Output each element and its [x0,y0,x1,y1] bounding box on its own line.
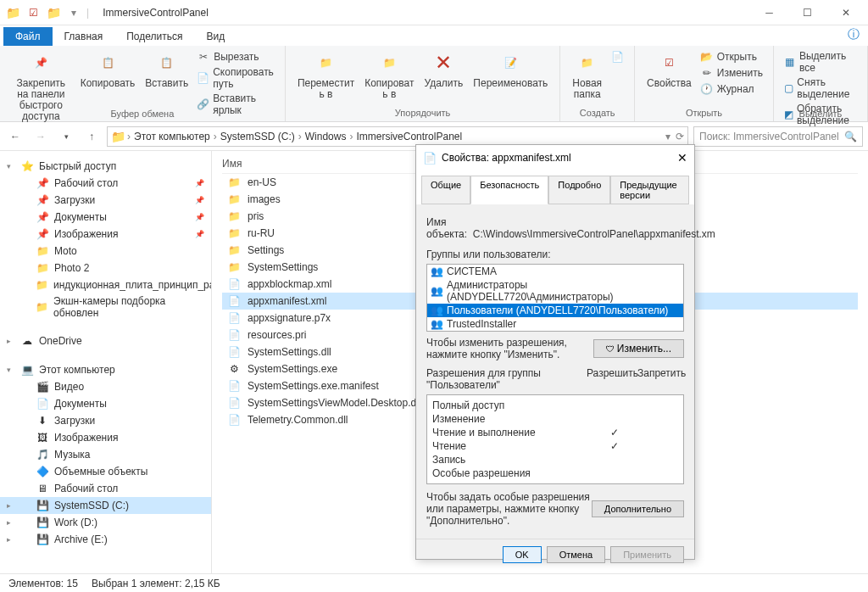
breadcrumb-item[interactable]: Этот компьютер [132,131,212,142]
sidebar-item[interactable]: 🖥Рабочий стол [0,480,211,497]
object-name-label: Имя объекта: [426,216,467,240]
cut-button[interactable]: ✂Вырезать [193,49,278,64]
group-item[interactable]: 👥TrustedInstaller [427,317,683,331]
sidebar-item[interactable]: ▾⭐Быстрый доступ [0,158,211,175]
sidebar-item[interactable]: 📁Экшн-камеры подборка обновлен [0,293,211,321]
forward-button[interactable]: → [31,126,51,147]
dialog-title: Свойства: appxmanifest.xml [442,152,571,164]
sidebar-item[interactable]: ▸☁OneDrive [0,332,211,349]
qat-check-icon[interactable]: ☑ [24,3,42,22]
ok-button[interactable]: OK [503,546,542,563]
dialog-tab[interactable]: Подробно [548,176,610,204]
pin-quickaccess-button[interactable]: 📌Закрепить на панели быстрого доступа [7,47,75,124]
permission-row: Полный доступ [432,399,678,412]
deny-column: Запретить [637,367,684,391]
refresh-icon[interactable]: ⟳ [676,131,684,142]
history-button[interactable]: 🕐Журнал [697,81,766,97]
tab-file[interactable]: Файл [3,27,53,46]
sidebar-item[interactable]: 📌Загрузки📌 [0,192,211,209]
properties-button[interactable]: ☑Свойства [642,47,697,91]
up-button[interactable]: ↑ [81,126,102,147]
group-clipboard-label: Буфер обмена [111,109,175,120]
recent-dropdown[interactable]: ▾ [56,126,76,147]
group-item[interactable]: 👥СИСТЕМА [427,265,683,278]
maximize-button[interactable]: ☐ [788,0,826,25]
ribbon-tabs: Файл Главная Поделиться Вид [0,25,868,46]
copy-path-button[interactable]: 📄Скопировать путь [193,65,278,91]
sidebar-item[interactable]: 🎵Музыка [0,446,211,463]
dialog-tab[interactable]: Безопасность [470,176,548,204]
sidebar-item[interactable]: 📁индукционная_плита_принцип_раб [0,276,211,293]
search-input[interactable]: Поиск: ImmersiveControlPanel 🔍 [693,126,863,147]
tab-share[interactable]: Поделиться [114,27,194,46]
group-item[interactable]: 👥Пользователи (ANDYDELL7720\Пользователи… [427,304,683,317]
groups-label: Группы или пользователи: [426,249,684,260]
object-path: C:\Windows\ImmersiveControlPanel\appxman… [473,228,715,240]
permission-row: Запись [432,453,678,466]
tab-view[interactable]: Вид [194,27,236,46]
address-bar[interactable]: › Этот компьютер› SystemSSD (C:)› Window… [107,126,688,147]
back-button[interactable]: ← [5,126,25,147]
dialog-tab[interactable]: Общие [421,176,470,204]
addr-dropdown-icon[interactable]: ▾ [665,131,670,142]
status-selection: Выбран 1 элемент: 2,15 КБ [92,578,220,589]
sidebar-item[interactable]: 🔷Объемные объекты [0,463,211,480]
permission-row: Чтение✓ [432,439,678,453]
help-chevron-icon[interactable]: ⓘ [848,27,860,42]
qat-dropdown-icon[interactable]: ▾ [64,3,83,22]
select-all-button[interactable]: ▦Выделить все [781,49,860,75]
window-title: ImmersiveControlPanel [103,7,209,19]
change-permissions-button[interactable]: 🛡 Изменить... [593,339,684,358]
sidebar-item[interactable]: 📌Рабочий стол📌 [0,175,211,192]
new-folder-button[interactable]: 📁Новая папка [567,47,607,102]
select-none-button[interactable]: ▢Снять выделение [781,75,860,101]
copy-to-button[interactable]: 📁Копироват ь в [359,47,419,102]
groups-listbox[interactable]: 👥СИСТЕМА👥Администраторы (ANDYDELL7720\Ад… [426,264,684,332]
paste-shortcut-button[interactable]: 🔗Вставить ярлык [193,92,278,117]
sidebar-item[interactable]: ▾💻Этот компьютер [0,361,211,378]
apply-button[interactable]: Применить [610,546,684,563]
sidebar-item[interactable]: 🎬Видео [0,378,211,395]
allow-column: Разрешить [587,367,637,391]
cancel-button[interactable]: Отмена [547,546,605,563]
sidebar-item[interactable]: 📁Moto [0,243,211,260]
minimize-button[interactable]: ─ [750,0,788,25]
delete-button[interactable]: ✕Удалить [420,47,469,91]
tab-home[interactable]: Главная [53,27,115,46]
sidebar-item[interactable]: 🖼Изображения [0,429,211,446]
group-new-label: Создать [580,108,615,120]
sidebar-item[interactable]: ▸💾SystemSSD (C:) [0,497,211,514]
rename-button[interactable]: 📝Переименовать [468,47,553,91]
dialog-tab[interactable]: Предыдущие версии [610,176,689,204]
breadcrumb-item[interactable]: Windows [303,131,348,142]
group-select-label: Выделить [799,109,843,120]
permission-row: Изменение [432,412,678,426]
group-item[interactable]: 👥Администраторы (ANDYDELL7720\Администра… [427,278,683,304]
breadcrumb-item[interactable]: SystemSSD (C:) [219,131,297,142]
sidebar-item[interactable]: 📌Документы📌 [0,209,211,226]
edit-button[interactable]: ✏Изменить [697,65,766,81]
sidebar-item[interactable]: ⬇Загрузки [0,412,211,429]
addr-folder-icon [111,130,125,143]
permissions-label: Разрешения для группы "Пользователи" [426,367,587,391]
move-to-button[interactable]: 📁Переместит ь в [292,47,359,102]
close-button[interactable]: ✕ [826,0,865,25]
breadcrumb-item[interactable]: ImmersiveControlPanel [354,131,464,142]
sidebar-item[interactable]: 📄Документы [0,395,211,412]
new-item-button[interactable]: 📄 [607,49,627,64]
open-button[interactable]: 📂Открыть [697,49,766,64]
statusbar: Элементов: 15 Выбран 1 элемент: 2,15 КБ [0,573,868,592]
sidebar-item[interactable]: 📁Photo 2 [0,260,211,276]
qat-folder-icon[interactable] [3,3,22,22]
qat-folder2-icon[interactable] [44,3,63,22]
search-placeholder: Поиск: ImmersiveControlPanel [699,131,839,142]
dialog-close-button[interactable]: ✕ [677,151,687,165]
sidebar-item[interactable]: ▸💾Work (D:) [0,514,211,531]
status-item-count: Элементов: 15 [8,578,78,589]
advanced-button[interactable]: Дополнительно [592,500,684,517]
sidebar-item[interactable]: 📌Изображения📌 [0,226,211,243]
sidebar-item[interactable]: ▸💾Archive (E:) [0,531,211,548]
paste-button[interactable]: 📋Вставить [140,47,193,91]
copy-button[interactable]: 📋Копировать [75,47,141,91]
search-icon: 🔍 [844,131,857,142]
